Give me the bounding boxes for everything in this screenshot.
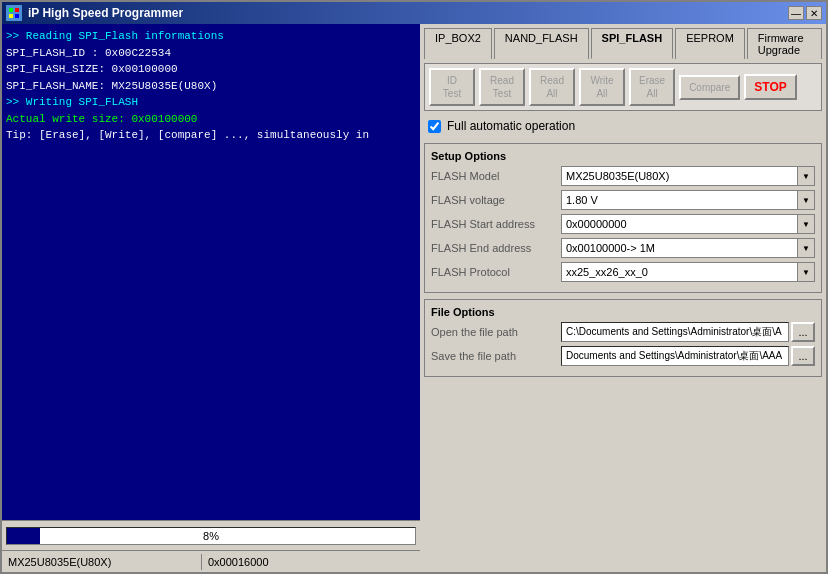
close-button[interactable]: ✕	[806, 6, 822, 20]
file-options-title: File Options	[431, 306, 815, 318]
file-options-section: File Options Open the file path C:\Docum…	[424, 299, 822, 377]
flash-voltage-label: FLASH voltage	[431, 194, 561, 206]
tab-ip_box2[interactable]: IP_BOX2	[424, 28, 492, 59]
flash-protocol-label: FLASH Protocol	[431, 266, 561, 278]
log-line: SPI_FLASH_ID : 0x00C22534	[6, 45, 416, 62]
flash-start-label: FLASH Start address	[431, 218, 561, 230]
flash-end-row: FLASH End address 0x00100000-> 1M ▼	[431, 238, 815, 258]
flash-voltage-row: FLASH voltage 1.80 V ▼	[431, 190, 815, 210]
window-title: iP High Speed Programmer	[28, 6, 788, 20]
svg-rect-0	[9, 8, 13, 12]
tab-nand_flash[interactable]: NAND_FLASH	[494, 28, 589, 59]
svg-rect-1	[15, 8, 19, 12]
action-row: ID Test Read Test Read All Write All Era…	[424, 63, 822, 111]
save-file-path: Documents and Settings\Administrator\桌面\…	[561, 346, 789, 366]
right-panel: IP_BOX2NAND_FLASHSPI_FLASHEEPROMFirmware…	[420, 24, 826, 572]
status-bar: MX25U8035E(U80X) 0x00016000	[2, 550, 420, 572]
open-file-row: Open the file path C:\Documents and Sett…	[431, 322, 815, 342]
tab-eeprom[interactable]: EEPROM	[675, 28, 745, 59]
app-icon	[6, 5, 22, 21]
read-all-button[interactable]: Read All	[529, 68, 575, 106]
log-line: >> Reading SPI_Flash informations	[6, 28, 416, 45]
progress-bar: 8%	[6, 527, 416, 545]
status-device: MX25U8035E(U80X)	[2, 554, 202, 570]
open-file-value: C:\Documents and Settings\Administrator\…	[566, 325, 782, 339]
svg-rect-3	[15, 14, 19, 18]
flash-start-select[interactable]: 0x00000000	[561, 214, 815, 234]
window-controls: — ✕	[788, 6, 822, 20]
setup-options-section: Setup Options FLASH Model MX25U8035E(U80…	[424, 143, 822, 293]
auto-operation-checkbox[interactable]	[428, 120, 441, 133]
open-file-label: Open the file path	[431, 326, 561, 338]
read-test-button[interactable]: Read Test	[479, 68, 525, 106]
log-line: SPI_FLASH_NAME: MX25U8035E(U80X)	[6, 78, 416, 95]
save-file-row: Save the file path Documents and Setting…	[431, 346, 815, 366]
svg-rect-2	[9, 14, 13, 18]
flash-model-wrapper: MX25U8035E(U80X) ▼	[561, 166, 815, 186]
save-file-browse-button[interactable]: ...	[791, 346, 815, 366]
write-all-button[interactable]: Write All	[579, 68, 625, 106]
save-file-value: Documents and Settings\Administrator\桌面\…	[566, 349, 782, 363]
open-file-browse-button[interactable]: ...	[791, 322, 815, 342]
log-line: SPI_FLASH_SIZE: 0x00100000	[6, 61, 416, 78]
tab-firmware_upgrade[interactable]: Firmware Upgrade	[747, 28, 822, 59]
log-line: Tip: [Erase], [Write], [compare] ..., si…	[6, 127, 416, 144]
flash-protocol-row: FLASH Protocol xx25_xx26_xx_0 ▼	[431, 262, 815, 282]
minimize-button[interactable]: —	[788, 6, 804, 20]
erase-all-button[interactable]: Erase All	[629, 68, 675, 106]
flash-end-select[interactable]: 0x00100000-> 1M	[561, 238, 815, 258]
flash-protocol-wrapper: xx25_xx26_xx_0 ▼	[561, 262, 815, 282]
flash-end-label: FLASH End address	[431, 242, 561, 254]
auto-operation-row: Full automatic operation	[424, 117, 822, 135]
left-panel: >> Reading SPI_Flash informations SPI_FL…	[2, 24, 420, 572]
flash-start-wrapper: 0x00000000 ▼	[561, 214, 815, 234]
flash-end-wrapper: 0x00100000-> 1M ▼	[561, 238, 815, 258]
progress-label: 8%	[7, 528, 415, 544]
tab-bar: IP_BOX2NAND_FLASHSPI_FLASHEEPROMFirmware…	[424, 28, 822, 59]
flash-voltage-select[interactable]: 1.80 V	[561, 190, 815, 210]
progress-area: 8%	[2, 520, 420, 550]
title-bar: iP High Speed Programmer — ✕	[2, 2, 826, 24]
save-file-label: Save the file path	[431, 350, 561, 362]
auto-operation-label: Full automatic operation	[447, 119, 575, 133]
id-test-button[interactable]: ID Test	[429, 68, 475, 106]
flash-start-row: FLASH Start address 0x00000000 ▼	[431, 214, 815, 234]
flash-model-row: FLASH Model MX25U8035E(U80X) ▼	[431, 166, 815, 186]
main-window: iP High Speed Programmer — ✕ >> Reading …	[0, 0, 828, 574]
flash-model-label: FLASH Model	[431, 170, 561, 182]
content-area: >> Reading SPI_Flash informations SPI_FL…	[2, 24, 826, 572]
flash-voltage-wrapper: 1.80 V ▼	[561, 190, 815, 210]
log-line: >> Writing SPI_FLASH	[6, 94, 416, 111]
setup-options-title: Setup Options	[431, 150, 815, 162]
compare-button[interactable]: Compare	[679, 75, 740, 100]
flash-model-select[interactable]: MX25U8035E(U80X)	[561, 166, 815, 186]
tab-spi_flash[interactable]: SPI_FLASH	[591, 28, 674, 59]
flash-protocol-select[interactable]: xx25_xx26_xx_0	[561, 262, 815, 282]
stop-button[interactable]: STOP	[744, 74, 796, 100]
log-line: Actual write size: 0x00100000	[6, 111, 416, 128]
open-file-path: C:\Documents and Settings\Administrator\…	[561, 322, 789, 342]
status-address: 0x00016000	[202, 554, 275, 570]
log-area: >> Reading SPI_Flash informations SPI_FL…	[2, 24, 420, 520]
